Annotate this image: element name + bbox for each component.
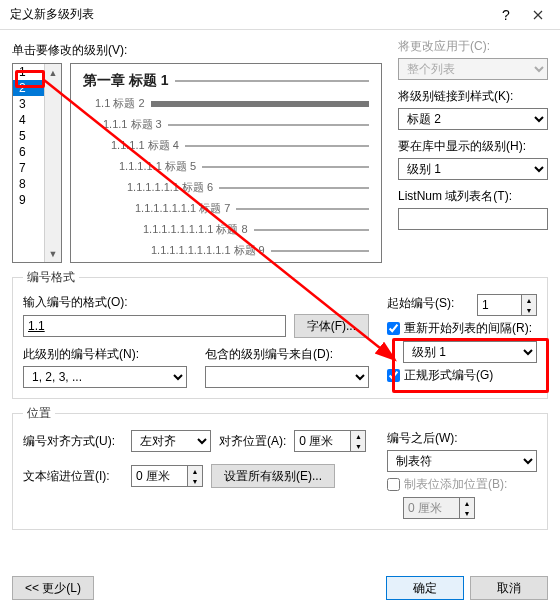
- level-item[interactable]: 5: [13, 128, 44, 144]
- link-style-label: 将级别链接到样式(K):: [398, 88, 548, 105]
- spin-down-icon[interactable]: ▼: [351, 441, 365, 451]
- apply-to-label: 将更改应用于(C):: [398, 38, 548, 55]
- preview-line: 1.1.1.1.1.1 标题 6: [127, 180, 369, 195]
- preview-line: 1.1.1.1.1.1.1 标题 7: [135, 201, 369, 216]
- scroll-down-icon[interactable]: ▼: [45, 245, 61, 262]
- level-item[interactable]: 7: [13, 160, 44, 176]
- indent-input[interactable]: [131, 465, 187, 487]
- tab-stop-checkbox[interactable]: [387, 478, 400, 491]
- set-all-button[interactable]: 设置所有级别(E)...: [211, 464, 335, 488]
- spin-up-icon: ▲: [460, 498, 474, 508]
- level-item[interactable]: 2: [13, 80, 44, 96]
- close-icon: [533, 10, 543, 20]
- start-input[interactable]: [477, 294, 521, 316]
- align-at-input[interactable]: [294, 430, 350, 452]
- less-button[interactable]: << 更少(L): [12, 576, 94, 600]
- spin-up-icon[interactable]: ▲: [351, 431, 365, 441]
- link-style-select[interactable]: 标题 2: [398, 108, 548, 130]
- preview-line: 1.1.1.1 标题 4: [111, 138, 369, 153]
- include-label: 包含的级别编号来自(D):: [205, 346, 369, 363]
- preview-line: 1.1.1.1.1.1.1.1 标题 8: [143, 222, 369, 237]
- preview-line: 1.1.1.1.1.1.1.1.1 标题 9: [151, 243, 369, 258]
- tab-stop-label: 制表位添加位置(B):: [404, 476, 507, 493]
- align-select[interactable]: 左对齐: [131, 430, 211, 452]
- scroll-up-icon[interactable]: ▲: [45, 64, 61, 81]
- style-select[interactable]: 1, 2, 3, ...: [23, 366, 187, 388]
- spin-down-icon: ▼: [460, 508, 474, 518]
- start-label: 起始编号(S):: [387, 295, 471, 312]
- select-level-label: 单击要修改的级别(V):: [12, 42, 382, 59]
- follow-label: 编号之后(W):: [387, 430, 537, 447]
- level-item[interactable]: 6: [13, 144, 44, 160]
- number-format-group: 编号格式 输入编号的格式(O): 字体(F)... 此级别的编号样式(N): 1…: [12, 269, 548, 399]
- spin-up-icon[interactable]: ▲: [188, 466, 202, 476]
- restart-checkbox[interactable]: [387, 322, 400, 335]
- legal-checkbox[interactable]: [387, 369, 400, 382]
- close-button[interactable]: [522, 1, 554, 29]
- indent-label: 文本缩进位置(I):: [23, 468, 123, 485]
- tab-stop-row[interactable]: 制表位添加位置(B):: [387, 476, 537, 493]
- format-label: 输入编号的格式(O):: [23, 294, 369, 311]
- font-button[interactable]: 字体(F)...: [294, 314, 369, 338]
- preview-line: 1.1.1.1.1 标题 5: [119, 159, 369, 174]
- gallery-label: 要在库中显示的级别(H):: [398, 138, 548, 155]
- preview-line: 第一章 标题 1: [83, 72, 369, 90]
- level-item[interactable]: 8: [13, 176, 44, 192]
- level-item[interactable]: 3: [13, 96, 44, 112]
- restart-select[interactable]: 级别 1: [403, 341, 537, 363]
- scrollbar[interactable]: ▲ ▼: [44, 64, 61, 262]
- levels-listbox[interactable]: 123456789 ▲ ▼: [12, 63, 62, 263]
- spin-down-icon[interactable]: ▼: [188, 476, 202, 486]
- position-group: 位置 编号对齐方式(U): 左对齐 对齐位置(A): ▲ ▼: [12, 405, 548, 530]
- help-button[interactable]: ?: [490, 1, 522, 29]
- listnum-label: ListNum 域列表名(T):: [398, 188, 548, 205]
- cancel-button[interactable]: 取消: [470, 576, 548, 600]
- legal-checkbox-row[interactable]: 正规形式编号(G): [387, 367, 537, 384]
- restart-label: 重新开始列表的间隔(R):: [404, 320, 532, 337]
- listnum-input[interactable]: [398, 208, 548, 230]
- legal-label: 正规形式编号(G): [404, 367, 493, 384]
- align-at-label: 对齐位置(A):: [219, 433, 286, 450]
- spin-up-icon[interactable]: ▲: [522, 295, 536, 305]
- restart-checkbox-row[interactable]: 重新开始列表的间隔(R):: [387, 320, 537, 337]
- level-item[interactable]: 9: [13, 192, 44, 208]
- level-item[interactable]: 4: [13, 112, 44, 128]
- number-format-legend: 编号格式: [23, 269, 79, 286]
- preview-line: 1.1 标题 2: [95, 96, 369, 111]
- apply-to-select: 整个列表: [398, 58, 548, 80]
- gallery-select[interactable]: 级别 1: [398, 158, 548, 180]
- position-legend: 位置: [23, 405, 55, 422]
- level-item[interactable]: 1: [13, 64, 44, 80]
- ok-button[interactable]: 确定: [386, 576, 464, 600]
- include-select[interactable]: [205, 366, 369, 388]
- tab-stop-input: [403, 497, 459, 519]
- style-label: 此级别的编号样式(N):: [23, 346, 187, 363]
- align-label: 编号对齐方式(U):: [23, 433, 123, 450]
- format-input[interactable]: [23, 315, 286, 337]
- preview-line: 1.1.1 标题 3: [103, 117, 369, 132]
- spin-down-icon[interactable]: ▼: [522, 305, 536, 315]
- preview-pane: 第一章 标题 11.1 标题 21.1.1 标题 31.1.1.1 标题 41.…: [70, 63, 382, 263]
- follow-select[interactable]: 制表符: [387, 450, 537, 472]
- dialog-title: 定义新多级列表: [10, 6, 490, 23]
